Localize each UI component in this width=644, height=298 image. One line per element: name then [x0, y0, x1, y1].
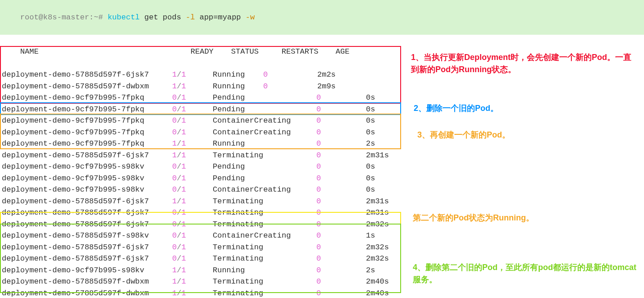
- pod-status: Running: [213, 265, 316, 276]
- cmd-flag1: -l: [186, 13, 195, 22]
- prompt-user: root@k8s-master: [20, 13, 89, 22]
- pod-restarts: 0: [316, 276, 366, 288]
- pod-name: deployment-demo-9cf97b995-s98kv: [2, 161, 172, 173]
- pod-status: Running: [213, 138, 316, 150]
- table-row: deployment-demo-57885d597f-dwbxm1/1Termi…: [0, 288, 644, 298]
- header-status: STATUS: [231, 46, 282, 58]
- pod-ready: 0/1: [172, 184, 213, 196]
- pod-restarts: 0: [263, 81, 317, 92]
- pod-ready: 1/1: [172, 69, 213, 81]
- pod-name: deployment-demo-9cf97b995-7fpkq: [2, 127, 172, 138]
- note-1: 1、当执行更新Deployment时，会先创建一个新的Pod。一直到新的Pod为…: [411, 51, 636, 76]
- pod-name: deployment-demo-57885d597f-s98kv: [2, 230, 172, 242]
- pod-status: Pending: [213, 161, 316, 173]
- pod-restarts: 0: [316, 207, 366, 219]
- header-ready: READY: [191, 46, 231, 58]
- pod-ready: 1/1: [172, 265, 213, 276]
- pod-name: deployment-demo-57885d597f-6jsk7: [2, 253, 172, 265]
- pod-restarts: 0: [316, 150, 366, 161]
- pod-ready: 1/1: [172, 276, 213, 288]
- pod-ready: 1/1: [172, 196, 213, 207]
- table-row: deployment-demo-57885d597f-s98kv0/1Conta…: [0, 230, 644, 242]
- note-4: 第二个新的Pod状态为Running。: [413, 212, 534, 224]
- pod-age: 2m40s: [366, 276, 389, 288]
- pod-age: 0s: [366, 115, 375, 127]
- pod-restarts: 0: [316, 265, 366, 276]
- pod-status: Terminating: [213, 150, 316, 161]
- pod-status: Terminating: [213, 207, 316, 219]
- pod-age: 0s: [366, 173, 375, 184]
- pod-status: Terminating: [213, 276, 316, 288]
- pod-ready: 0/1: [172, 92, 213, 104]
- table-row: deployment-demo-9cf97b995-s98kv0/1Pendin…: [0, 161, 644, 173]
- pod-restarts: 0: [316, 242, 366, 253]
- pod-name: deployment-demo-9cf97b995-s98kv: [2, 184, 172, 196]
- pod-ready: 0/1: [172, 127, 213, 138]
- pod-age: 0s: [366, 104, 375, 115]
- pod-status: Pending: [213, 173, 316, 184]
- pod-status: Pending: [213, 92, 316, 104]
- table-row: deployment-demo-9cf97b995-7fpkq0/1Pendin…: [0, 104, 644, 115]
- pod-status: ContainerCreating: [213, 115, 316, 127]
- cmd-kubectl: kubectl: [108, 13, 140, 22]
- header-name: NAME: [20, 46, 191, 58]
- prompt-path: :~#: [89, 13, 108, 22]
- pod-age: 2m31s: [366, 150, 389, 161]
- pod-age: 2m2s: [317, 69, 336, 81]
- header-restarts: RESTARTS: [282, 46, 336, 58]
- table-row: deployment-demo-57885d597f-6jsk70/1Termi…: [0, 219, 644, 230]
- pod-age: 1s: [366, 230, 375, 242]
- table-row: deployment-demo-57885d597f-6jsk70/1Termi…: [0, 207, 644, 219]
- pod-status: Terminating: [213, 288, 316, 298]
- pod-ready: 0/1: [172, 207, 213, 219]
- table-row: deployment-demo-9cf97b995-7fpkq0/1Contai…: [0, 115, 644, 127]
- pod-ready: 0/1: [172, 219, 213, 230]
- pod-name: deployment-demo-9cf97b995-7fpkq: [2, 138, 172, 150]
- table-row: deployment-demo-57885d597f-6jsk71/1Termi…: [0, 150, 644, 161]
- pod-name: deployment-demo-9cf97b995-7fpkq: [2, 115, 172, 127]
- table-row: deployment-demo-9cf97b995-s98kv0/1Contai…: [0, 184, 644, 196]
- pod-name: deployment-demo-9cf97b995-7fpkq: [2, 92, 172, 104]
- pod-status: Terminating: [213, 242, 316, 253]
- pod-status: Terminating: [213, 219, 316, 230]
- pod-restarts: 0: [316, 184, 366, 196]
- pod-status: ContainerCreating: [213, 184, 316, 196]
- pod-restarts: 0: [316, 196, 366, 207]
- pod-age: 2m31s: [366, 196, 389, 207]
- pod-status: Pending: [213, 104, 316, 115]
- pod-name: deployment-demo-57885d597f-6jsk7: [2, 242, 172, 253]
- note-3: 3、再创建一个新的Pod。: [417, 129, 510, 141]
- pod-name: deployment-demo-57885d597f-6jsk7: [2, 219, 172, 230]
- table-row: deployment-demo-9cf97b995-7fpkq0/1Contai…: [0, 127, 644, 138]
- pod-age: 2m32s: [366, 219, 389, 230]
- pod-status: Terminating: [213, 253, 316, 265]
- pod-name: deployment-demo-57885d597f-dwbxm: [2, 81, 172, 92]
- pod-ready: 1/1: [172, 138, 213, 150]
- pod-ready: 0/1: [172, 230, 213, 242]
- pod-restarts: 0: [316, 173, 366, 184]
- pod-age: 0s: [366, 127, 375, 138]
- pod-restarts: 0: [316, 161, 366, 173]
- pod-name: deployment-demo-9cf97b995-7fpkq: [2, 104, 172, 115]
- pod-age: 0s: [366, 92, 375, 104]
- pod-name: deployment-demo-9cf97b995-s98kv: [2, 173, 172, 184]
- note-5: 4、删除第二个旧的Pod，至此所有pod都运行的是新的tomcat服务。: [413, 261, 638, 286]
- pod-ready: 0/1: [172, 253, 213, 265]
- pod-ready: 0/1: [172, 104, 213, 115]
- cmd-flag2: -w: [246, 13, 255, 22]
- command-line: root@k8s-master:~# kubectl get pods -l a…: [0, 0, 644, 35]
- table-row: deployment-demo-9cf97b995-7fpkq1/1Runnin…: [0, 138, 644, 150]
- pod-restarts: 0: [316, 115, 366, 127]
- pod-name: deployment-demo-57885d597f-dwbxm: [2, 288, 172, 298]
- pod-name: deployment-demo-9cf97b995-s98kv: [2, 265, 172, 276]
- pod-name: deployment-demo-57885d597f-6jsk7: [2, 196, 172, 207]
- table-row: deployment-demo-57885d597f-dwbxm1/1Runni…: [0, 81, 644, 92]
- pod-restarts: 0: [316, 127, 366, 138]
- pod-name: deployment-demo-57885d597f-6jsk7: [2, 69, 172, 81]
- pod-status: Running: [213, 81, 263, 92]
- pod-age: 0s: [366, 161, 375, 173]
- pod-restarts: 0: [316, 253, 366, 265]
- pod-status: Running: [213, 69, 263, 81]
- pod-name: deployment-demo-57885d597f-6jsk7: [2, 207, 172, 219]
- pod-age: 2m32s: [366, 253, 389, 265]
